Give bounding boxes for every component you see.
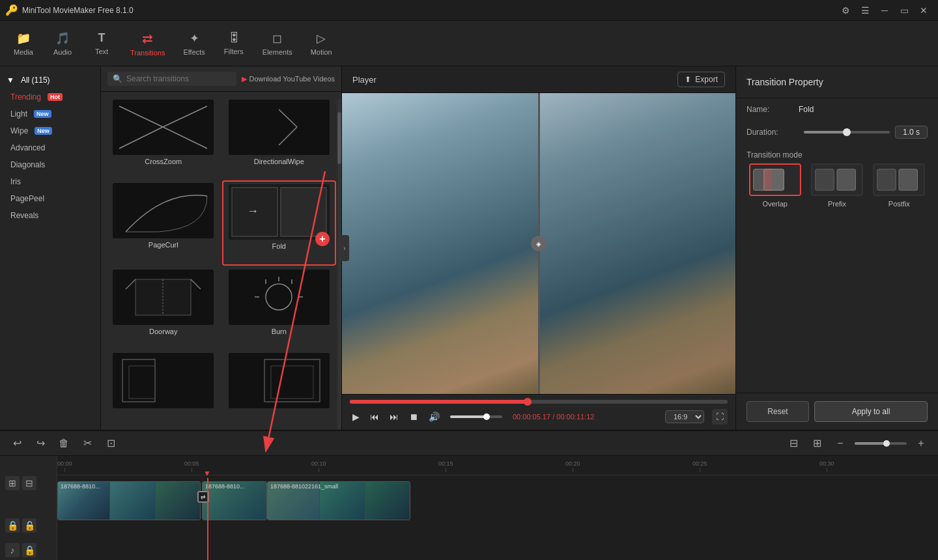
delete-button[interactable]: 🗑: [55, 434, 73, 453]
maximize-button[interactable]: ▭: [895, 1, 913, 20]
directionalwipe-thumbnail: [229, 100, 330, 155]
category-trending[interactable]: Trending Hot: [0, 89, 100, 105]
fullscreen-button[interactable]: ⛶: [712, 409, 728, 425]
text-icon: T: [98, 31, 106, 45]
svg-rect-34: [764, 169, 771, 190]
tl-clip-2[interactable]: 187688-8810...: [202, 481, 267, 520]
close-button[interactable]: ✕: [915, 1, 933, 20]
scrollbar-thumb[interactable]: [337, 112, 341, 164]
panel-collapse-arrow[interactable]: ›: [340, 235, 349, 261]
category-advanced-label: Advanced: [10, 143, 45, 152]
category-all-label: All (115): [21, 76, 50, 85]
category-wipe[interactable]: Wipe New: [0, 122, 100, 139]
transition-directionalwipe[interactable]: DirectionalWipe: [222, 97, 337, 179]
scrollbar-track[interactable]: [337, 99, 341, 430]
elements-icon: ◻: [272, 31, 282, 46]
stop-button[interactable]: ⏹: [406, 410, 421, 423]
menu-icon[interactable]: ☰: [856, 1, 874, 20]
duration-row: Duration: 1.0 s: [736, 120, 938, 144]
add-transition-button[interactable]: +: [315, 232, 330, 246]
lock-music-button[interactable]: 🔒: [22, 543, 36, 557]
volume-slider[interactable]: [450, 415, 502, 418]
category-pagepeel[interactable]: PagePeel: [0, 190, 100, 207]
add-audio-track-button[interactable]: ⊟: [22, 476, 36, 490]
duration-value: 1.0 s: [895, 126, 928, 139]
transition-pagecurl[interactable]: PageCurl: [106, 180, 221, 265]
export-button[interactable]: ⬆ Export: [677, 72, 725, 87]
toolbar-audio[interactable]: 🎵 Audio: [44, 27, 81, 60]
lock-video-button[interactable]: 🔒: [5, 518, 20, 533]
transitions-grid: CrossZoom DirectionalWipe: [101, 92, 341, 430]
settings-icon[interactable]: ⚙: [836, 1, 855, 20]
mode-overlap[interactable]: Overlap: [746, 163, 803, 208]
cut-button[interactable]: ✂: [78, 434, 96, 453]
timeline-content[interactable]: 00:00 00:05 00:10 00:15 00:20: [57, 456, 938, 560]
category-pagepeel-label: PagePeel: [10, 194, 44, 203]
aspect-ratio-select[interactable]: 16:9 9:16 1:1: [665, 410, 704, 423]
apply-all-button[interactable]: Apply to all: [814, 401, 928, 422]
toolbar-audio-label: Audio: [53, 48, 72, 56]
split-audio-button[interactable]: ⊟: [784, 434, 803, 453]
mode-section-label: Transition mode: [736, 144, 938, 163]
play-button[interactable]: ▶: [350, 410, 362, 423]
crop-button[interactable]: ⊡: [102, 434, 120, 453]
zoom-fill: [855, 442, 886, 445]
category-reveals[interactable]: Reveals: [0, 207, 100, 224]
volume-button[interactable]: 🔊: [426, 410, 442, 423]
transition-fold[interactable]: → + Fold: [222, 180, 337, 265]
doorway-thumbnail: [113, 270, 214, 325]
toolbar-text[interactable]: T Text: [83, 27, 120, 59]
category-all[interactable]: ▼ All (115): [0, 72, 100, 89]
video-divider-handle[interactable]: ◈: [531, 236, 547, 251]
category-reveals-label: Reveals: [10, 211, 38, 220]
burn-label: Burn: [272, 328, 287, 335]
fold-thumbnail: →: [229, 184, 330, 240]
category-diagonals[interactable]: Diagonals: [0, 156, 100, 173]
postfix-thumbnail: [873, 163, 925, 196]
tick-30: 00:30: [819, 460, 834, 472]
toolbar-elements[interactable]: ◻ Elements: [255, 27, 300, 60]
category-advanced[interactable]: Advanced: [0, 139, 100, 156]
duration-slider[interactable]: [804, 131, 890, 133]
playhead[interactable]: [207, 478, 208, 560]
search-input[interactable]: [126, 74, 231, 83]
progress-bar[interactable]: [350, 400, 728, 404]
burn-thumbnail: [229, 270, 330, 325]
mode-prefix[interactable]: Prefix: [808, 163, 865, 208]
add-video-track-button[interactable]: ⊞: [5, 476, 20, 490]
toolbar-media[interactable]: 📁 Media: [5, 27, 42, 60]
timeline-right-controls: ⊟ ⊞ − +: [784, 434, 930, 453]
skip-back-button[interactable]: ⏮: [367, 410, 382, 423]
undo-button[interactable]: ↩: [8, 434, 26, 453]
tl-clip-3[interactable]: 187688-881022161_small: [267, 481, 410, 520]
clip2-label: 187688-8810...: [205, 483, 245, 490]
reset-button[interactable]: Reset: [746, 401, 809, 422]
transition-item7[interactable]: [106, 350, 221, 425]
lock-audio-button[interactable]: 🔒: [22, 518, 36, 533]
transition-doorway[interactable]: Doorway: [106, 267, 221, 349]
toolbar-transitions[interactable]: ⇄ Transitions: [122, 27, 173, 61]
tl-clip-1[interactable]: 187688-8810...: [57, 481, 201, 520]
skip-forward-button[interactable]: ⏭: [387, 410, 401, 423]
split-track-button[interactable]: ⊞: [808, 434, 826, 453]
category-iris[interactable]: Iris: [0, 173, 100, 190]
toolbar-motion[interactable]: ▷ Motion: [303, 27, 340, 60]
youtube-download-button[interactable]: ▶ Download YouTube Videos: [242, 75, 335, 83]
toolbar-filters[interactable]: 🎛 Filters: [216, 27, 252, 59]
player-controls: ▶ ⏮ ⏭ ⏹ 🔊 00:00:05.17 / 00:00:11:12 16:9…: [342, 394, 735, 430]
zoom-track[interactable]: [855, 442, 907, 445]
transition-burn[interactable]: Burn: [222, 267, 337, 349]
redo-button[interactable]: ↪: [31, 434, 50, 453]
minimize-button[interactable]: ─: [875, 1, 894, 20]
category-light[interactable]: Light New: [0, 105, 100, 122]
toolbar-elements-label: Elements: [263, 48, 292, 56]
doorway-label: Doorway: [149, 328, 177, 335]
transition-crosszoom[interactable]: CrossZoom: [106, 97, 221, 179]
zoom-in-button[interactable]: +: [912, 434, 930, 453]
music-button[interactable]: ♪: [5, 543, 20, 557]
transition-item8[interactable]: [222, 350, 337, 425]
toolbar-effects[interactable]: ✦ Effects: [175, 27, 212, 60]
fold-label: Fold: [272, 242, 286, 250]
mode-postfix[interactable]: Postfix: [871, 163, 928, 208]
zoom-out-button[interactable]: −: [831, 434, 849, 453]
